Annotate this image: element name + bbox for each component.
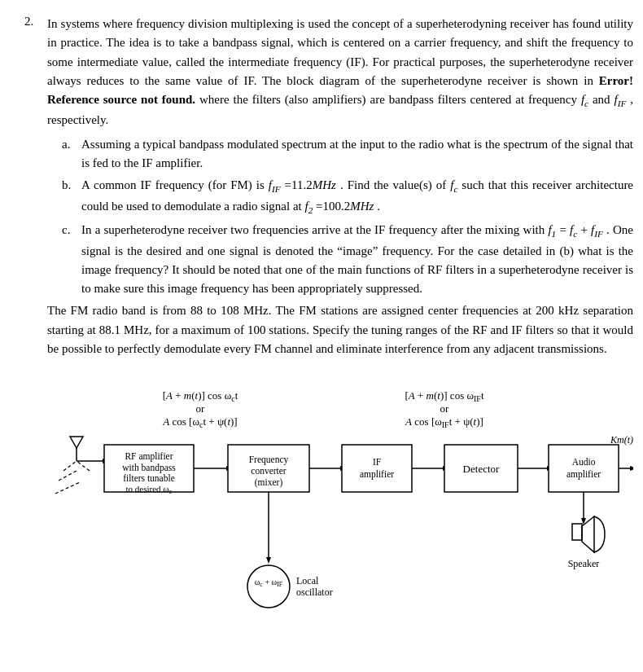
sub-items: a. Assuming a typical bandpass modulated…: [62, 135, 633, 299]
ground-dash-2: [55, 482, 80, 494]
question-intro-text: In systems where frequency division mult…: [47, 15, 633, 130]
signal-label-right: [A + m(t)] cos ωIFt: [405, 389, 483, 403]
mixer-label-3: (mixer): [255, 477, 283, 488]
detector-label: Detector: [463, 463, 500, 475]
fIF-eq: fIF: [591, 223, 603, 236]
oscillator-circle: [247, 565, 290, 608]
audio-label-1: Audio: [572, 457, 596, 467]
sub-a-text: Assuming a typical bandpass modulated sp…: [81, 135, 633, 173]
fc-notation: fc: [581, 93, 588, 106]
fc-math: fc: [450, 178, 457, 191]
question-2-block: 2. In systems where frequency division m…: [24, 15, 619, 650]
sub-a-label: a.: [62, 135, 78, 173]
signal-label-left: [A + m(t)] cos ωct: [163, 389, 238, 403]
arrowhead-audio-out: [630, 466, 633, 471]
speaker-curve: [594, 516, 605, 552]
block-diagram-svg: [A + m(t)] cos ωct or A cos [ωct + ψ(t)]…: [47, 381, 633, 650]
or-label-right: or: [440, 402, 450, 415]
error-ref: Error! Reference source not found.: [47, 74, 633, 106]
fIF-math: fIF: [269, 178, 281, 191]
rf-label-3: filters tunable: [123, 473, 175, 483]
rf-label-1: RF amplifier: [125, 451, 173, 462]
if-label-1: IF: [373, 457, 381, 467]
MHz-label: MHz: [313, 178, 336, 191]
sub-c-label: c.: [62, 221, 78, 298]
mixer-label-1: Frequency: [249, 455, 289, 465]
if-label-2: amplifier: [360, 469, 394, 480]
rf-label-4: to desired ωc: [125, 484, 172, 495]
signal-label-left2: A cos [ωct + ψ(t)]: [162, 415, 237, 429]
antenna-symbol: [70, 437, 83, 448]
local-osc-label-2: oscillator: [296, 586, 333, 598]
architecture-word: architecture: [575, 178, 633, 191]
f2-math: f2: [305, 200, 313, 213]
sub-item-a: a. Assuming a typical bandpass modulated…: [62, 135, 633, 173]
f1-eq: f1: [548, 223, 556, 236]
sub-item-b: b. A common IF frequency (for FM) is fIF…: [62, 176, 633, 217]
signal-label-right2: A cos [ωIFt + ψ(t)]: [405, 415, 483, 429]
or-label-left: or: [196, 402, 206, 415]
diagram-area: [A + m(t)] cos ωct or A cos [ωct + ψ(t)]…: [47, 381, 633, 650]
speaker-label: Speaker: [568, 558, 600, 569]
mixer-label-2: converter: [251, 466, 287, 476]
antenna-dash-left: [63, 461, 77, 471]
MHz2-label: MHz: [350, 200, 374, 213]
km-label: Km(t): [610, 434, 633, 446]
antenna-dash-right: [77, 461, 90, 471]
local-osc-label-1: Local: [296, 575, 319, 586]
fIF-notation: fIF: [615, 93, 627, 106]
speaker-rect: [572, 524, 582, 540]
sub-c-text: In a superheterodyne receiver two freque…: [81, 221, 633, 298]
question-number: 2.: [24, 15, 47, 650]
if-amplifier-box: [342, 445, 412, 492]
sub-b-label: b.: [62, 176, 78, 217]
rf-label-2: with bandpass: [122, 463, 176, 473]
sub-item-c: c. In a superheterodyne receiver two fre…: [62, 221, 633, 298]
audio-label-2: amplifier: [566, 469, 601, 480]
sub-b-text: A common IF frequency (for FM) is fIF =1…: [81, 176, 633, 217]
fc-eq: fc: [570, 223, 577, 236]
question-content: In systems where frequency division mult…: [47, 15, 633, 650]
audio-amp-box: [549, 445, 619, 492]
ground-dash-1: [59, 471, 77, 481]
continuation-text: The FM radio band is from 88 to 108 MHz.…: [47, 301, 633, 358]
arrowhead-mixer-down: [266, 557, 271, 564]
